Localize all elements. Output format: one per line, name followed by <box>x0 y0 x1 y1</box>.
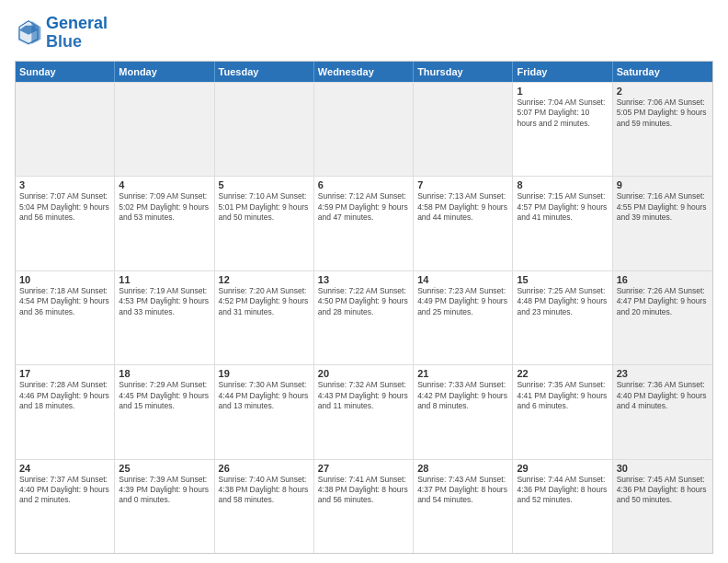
day-number: 9 <box>617 179 709 190</box>
empty-cell <box>314 83 414 176</box>
day-number: 13 <box>318 274 409 285</box>
day-info: Sunrise: 7:28 AM Sunset: 4:46 PM Dayligh… <box>19 380 110 411</box>
day-number: 11 <box>119 274 210 285</box>
day-number: 1 <box>517 86 608 97</box>
header-day-sunday: Sunday <box>16 62 115 82</box>
day-info: Sunrise: 7:18 AM Sunset: 4:54 PM Dayligh… <box>19 286 110 317</box>
day-info: Sunrise: 7:45 AM Sunset: 4:36 PM Dayligh… <box>617 475 709 506</box>
day-info: Sunrise: 7:13 AM Sunset: 4:58 PM Dayligh… <box>417 191 508 223</box>
empty-cell <box>115 83 214 176</box>
page: General Blue SundayMondayTuesdayWednesda… <box>0 0 728 563</box>
day-number: 22 <box>517 368 608 379</box>
calendar-row-3: 10Sunrise: 7:18 AM Sunset: 4:54 PM Dayli… <box>16 270 712 364</box>
day-cell-20: 20Sunrise: 7:32 AM Sunset: 4:43 PM Dayli… <box>314 365 414 458</box>
day-info: Sunrise: 7:41 AM Sunset: 4:38 PM Dayligh… <box>318 475 409 506</box>
logo-icon <box>15 19 42 47</box>
day-number: 19 <box>219 368 310 379</box>
day-info: Sunrise: 7:26 AM Sunset: 4:47 PM Dayligh… <box>617 286 709 317</box>
calendar-row-2: 3Sunrise: 7:07 AM Sunset: 5:04 PM Daylig… <box>16 176 712 270</box>
day-cell-15: 15Sunrise: 7:25 AM Sunset: 4:48 PM Dayli… <box>513 271 612 364</box>
day-cell-6: 6Sunrise: 7:12 AM Sunset: 4:59 PM Daylig… <box>314 177 414 270</box>
day-cell-27: 27Sunrise: 7:41 AM Sunset: 4:38 PM Dayli… <box>314 460 414 553</box>
day-cell-13: 13Sunrise: 7:22 AM Sunset: 4:50 PM Dayli… <box>314 271 414 364</box>
day-info: Sunrise: 7:32 AM Sunset: 4:43 PM Dayligh… <box>318 380 409 411</box>
day-info: Sunrise: 7:07 AM Sunset: 5:04 PM Dayligh… <box>19 191 110 223</box>
day-cell-16: 16Sunrise: 7:26 AM Sunset: 4:47 PM Dayli… <box>613 271 712 364</box>
day-cell-21: 21Sunrise: 7:33 AM Sunset: 4:42 PM Dayli… <box>414 365 513 458</box>
day-number: 17 <box>19 368 110 379</box>
day-cell-9: 9Sunrise: 7:16 AM Sunset: 4:55 PM Daylig… <box>613 177 712 270</box>
day-info: Sunrise: 7:39 AM Sunset: 4:39 PM Dayligh… <box>119 475 210 506</box>
day-info: Sunrise: 7:22 AM Sunset: 4:50 PM Dayligh… <box>318 286 409 317</box>
day-number: 23 <box>617 368 709 379</box>
day-cell-10: 10Sunrise: 7:18 AM Sunset: 4:54 PM Dayli… <box>16 271 115 364</box>
day-number: 27 <box>318 463 409 474</box>
day-cell-30: 30Sunrise: 7:45 AM Sunset: 4:36 PM Dayli… <box>613 460 712 553</box>
day-info: Sunrise: 7:29 AM Sunset: 4:45 PM Dayligh… <box>119 380 210 411</box>
calendar-body: 1Sunrise: 7:04 AM Sunset: 5:07 PM Daylig… <box>16 82 712 553</box>
day-cell-22: 22Sunrise: 7:35 AM Sunset: 4:41 PM Dayli… <box>513 365 612 458</box>
day-cell-1: 1Sunrise: 7:04 AM Sunset: 5:07 PM Daylig… <box>513 83 612 176</box>
day-cell-5: 5Sunrise: 7:10 AM Sunset: 5:01 PM Daylig… <box>215 177 314 270</box>
day-cell-29: 29Sunrise: 7:44 AM Sunset: 4:36 PM Dayli… <box>513 460 612 553</box>
calendar-row-4: 17Sunrise: 7:28 AM Sunset: 4:46 PM Dayli… <box>16 364 712 458</box>
calendar: SundayMondayTuesdayWednesdayThursdayFrid… <box>15 61 713 554</box>
day-number: 16 <box>617 274 709 285</box>
day-number: 2 <box>617 86 709 97</box>
day-info: Sunrise: 7:20 AM Sunset: 4:52 PM Dayligh… <box>219 286 310 317</box>
day-cell-19: 19Sunrise: 7:30 AM Sunset: 4:44 PM Dayli… <box>215 365 314 458</box>
day-info: Sunrise: 7:10 AM Sunset: 5:01 PM Dayligh… <box>219 191 310 223</box>
day-cell-8: 8Sunrise: 7:15 AM Sunset: 4:57 PM Daylig… <box>513 177 612 270</box>
day-cell-14: 14Sunrise: 7:23 AM Sunset: 4:49 PM Dayli… <box>414 271 513 364</box>
header: General Blue <box>15 15 713 52</box>
day-info: Sunrise: 7:35 AM Sunset: 4:41 PM Dayligh… <box>517 380 608 411</box>
day-cell-7: 7Sunrise: 7:13 AM Sunset: 4:58 PM Daylig… <box>414 177 513 270</box>
day-number: 7 <box>417 179 508 190</box>
day-info: Sunrise: 7:36 AM Sunset: 4:40 PM Dayligh… <box>617 380 709 411</box>
day-number: 30 <box>617 463 709 474</box>
day-info: Sunrise: 7:04 AM Sunset: 5:07 PM Dayligh… <box>517 98 608 129</box>
day-info: Sunrise: 7:25 AM Sunset: 4:48 PM Dayligh… <box>517 286 608 317</box>
day-info: Sunrise: 7:23 AM Sunset: 4:49 PM Dayligh… <box>417 286 508 317</box>
day-info: Sunrise: 7:09 AM Sunset: 5:02 PM Dayligh… <box>119 191 210 223</box>
empty-cell <box>16 83 115 176</box>
empty-cell <box>414 83 513 176</box>
day-number: 18 <box>119 368 210 379</box>
day-number: 10 <box>19 274 110 285</box>
day-number: 5 <box>219 179 310 190</box>
day-cell-3: 3Sunrise: 7:07 AM Sunset: 5:04 PM Daylig… <box>16 177 115 270</box>
day-number: 8 <box>517 179 608 190</box>
day-number: 3 <box>19 179 110 190</box>
header-day-wednesday: Wednesday <box>314 62 414 82</box>
calendar-header: SundayMondayTuesdayWednesdayThursdayFrid… <box>16 62 712 82</box>
day-info: Sunrise: 7:44 AM Sunset: 4:36 PM Dayligh… <box>517 475 608 506</box>
day-info: Sunrise: 7:19 AM Sunset: 4:53 PM Dayligh… <box>119 286 210 317</box>
day-number: 12 <box>219 274 310 285</box>
empty-cell <box>215 83 314 176</box>
day-number: 15 <box>517 274 608 285</box>
day-number: 20 <box>318 368 409 379</box>
day-number: 4 <box>119 179 210 190</box>
day-number: 21 <box>417 368 508 379</box>
day-info: Sunrise: 7:40 AM Sunset: 4:38 PM Dayligh… <box>219 475 310 506</box>
day-cell-28: 28Sunrise: 7:43 AM Sunset: 4:37 PM Dayli… <box>414 460 513 553</box>
day-number: 26 <box>219 463 310 474</box>
day-cell-17: 17Sunrise: 7:28 AM Sunset: 4:46 PM Dayli… <box>16 365 115 458</box>
day-cell-4: 4Sunrise: 7:09 AM Sunset: 5:02 PM Daylig… <box>115 177 214 270</box>
day-cell-26: 26Sunrise: 7:40 AM Sunset: 4:38 PM Dayli… <box>215 460 314 553</box>
day-number: 6 <box>318 179 409 190</box>
day-cell-18: 18Sunrise: 7:29 AM Sunset: 4:45 PM Dayli… <box>115 365 214 458</box>
day-cell-24: 24Sunrise: 7:37 AM Sunset: 4:40 PM Dayli… <box>16 460 115 553</box>
day-cell-11: 11Sunrise: 7:19 AM Sunset: 4:53 PM Dayli… <box>115 271 214 364</box>
header-day-saturday: Saturday <box>613 62 712 82</box>
day-info: Sunrise: 7:12 AM Sunset: 4:59 PM Dayligh… <box>318 191 409 223</box>
calendar-row-5: 24Sunrise: 7:37 AM Sunset: 4:40 PM Dayli… <box>16 459 712 553</box>
day-number: 29 <box>517 463 608 474</box>
header-day-thursday: Thursday <box>414 62 513 82</box>
day-info: Sunrise: 7:15 AM Sunset: 4:57 PM Dayligh… <box>517 191 608 223</box>
day-info: Sunrise: 7:37 AM Sunset: 4:40 PM Dayligh… <box>19 475 110 506</box>
day-cell-25: 25Sunrise: 7:39 AM Sunset: 4:39 PM Dayli… <box>115 460 214 553</box>
day-cell-23: 23Sunrise: 7:36 AM Sunset: 4:40 PM Dayli… <box>613 365 712 458</box>
logo-text: General Blue <box>46 15 108 52</box>
header-day-tuesday: Tuesday <box>215 62 314 82</box>
